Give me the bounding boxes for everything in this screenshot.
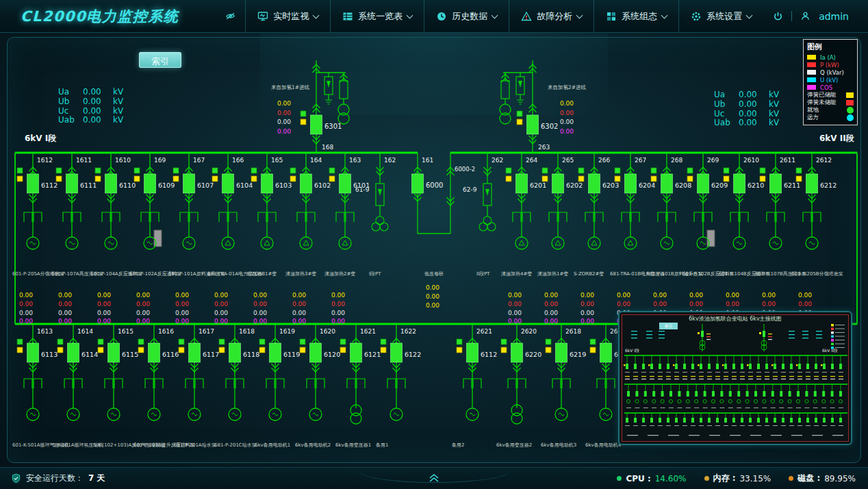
breaker-6203[interactable]	[589, 174, 600, 193]
breaker-6116[interactable]	[149, 343, 160, 362]
breaker-6109[interactable]	[144, 174, 156, 193]
navbar: CL2000电力监控系统 实时监视 系统一览表 历史数据 故障分析 系统组态	[0, 0, 868, 33]
bus-tie: 60001616000-2低压母联0.000.000.00	[412, 153, 476, 309]
breaker-6120[interactable]	[310, 343, 322, 362]
svg-text:0.00: 0.00	[214, 301, 228, 308]
breaker-6220[interactable]	[511, 343, 523, 362]
svg-text:I段PT: I段PT	[369, 271, 381, 277]
svg-text:6107: 6107	[197, 181, 214, 189]
breaker-6117[interactable]	[189, 343, 201, 362]
breaker-6204[interactable]	[625, 174, 637, 193]
bus2-voltage-row-Ub: Ub0.00kV	[714, 100, 785, 110]
chevron-down-icon	[576, 12, 583, 18]
svg-text:0.00: 0.00	[580, 310, 594, 316]
breaker-6104[interactable]	[222, 174, 234, 193]
bus1-voltage-row-Ub: Ub0.00kV	[58, 97, 129, 107]
svg-text:0.00: 0.00	[58, 318, 72, 325]
svg-text:0.00: 0.00	[175, 292, 189, 299]
breaker-6209[interactable]	[698, 174, 709, 193]
menu-item-config[interactable]: 系统组态	[593, 0, 678, 32]
breaker-6110[interactable]	[105, 174, 117, 193]
breaker-6111[interactable]	[66, 174, 78, 193]
breaker-6107[interactable]	[183, 174, 195, 193]
breaker-6210[interactable]	[734, 174, 745, 193]
warning-icon	[521, 11, 532, 22]
table-icon	[342, 11, 353, 22]
svg-text:1614: 1614	[77, 328, 93, 335]
svg-text:0.00: 0.00	[726, 301, 739, 308]
breaker-6112[interactable]	[27, 174, 39, 193]
diagram-area: 6301168来自加氢1#进线0.000.000.000.006302263来自…	[0, 33, 868, 467]
breaker-6122[interactable]	[391, 343, 403, 362]
menu-item-history[interactable]: 历史数据	[424, 0, 509, 32]
breaker-6114[interactable]	[68, 343, 79, 362]
breaker-6212[interactable]	[806, 174, 818, 193]
menu-item-overview[interactable]: 系统一览表	[330, 0, 424, 32]
menu-label-history: 历史数据	[452, 10, 487, 23]
svg-text:0.00: 0.00	[560, 100, 574, 107]
breaker-6115[interactable]	[108, 343, 120, 362]
svg-text:6201: 6201	[530, 181, 546, 189]
svg-text:渣油加热3#变: 渣油加热3#变	[285, 271, 316, 277]
svg-text:渣油加热1#变: 渣油加热1#变	[537, 271, 568, 277]
legend-state-就地: 就地	[807, 106, 854, 114]
breaker-6302[interactable]	[527, 115, 539, 134]
breaker-6103[interactable]	[261, 174, 273, 193]
svg-text:0.00: 0.00	[331, 310, 345, 316]
power-icon[interactable]	[773, 11, 783, 21]
breaker-6201[interactable]	[516, 174, 528, 193]
svg-text:0.00: 0.00	[19, 292, 33, 299]
svg-text:0.00: 0.00	[580, 301, 594, 308]
breaker-6121[interactable]	[350, 343, 362, 362]
svg-text:0.00: 0.00	[136, 301, 150, 308]
svg-text:0.00: 0.00	[544, 292, 558, 299]
svg-text:164: 164	[310, 157, 322, 164]
feeder-top-6201: 2646201渣油加热4#变0.000.000.000.00	[501, 153, 546, 325]
menu-label-settings: 系统设置	[706, 10, 742, 23]
breaker-6101[interactable]	[340, 174, 351, 193]
svg-text:0.00: 0.00	[19, 318, 33, 325]
breaker-6113[interactable]	[27, 343, 39, 362]
svg-text:2612: 2612	[816, 157, 832, 164]
user-icon[interactable]	[800, 11, 810, 21]
overview-inset[interactable]: 6kv渣油加氢联合变电站 6kv主接线图 索引 6kV I段 6kV II段	[618, 311, 852, 445]
svg-text:1615: 1615	[118, 328, 133, 335]
svg-text:0.00: 0.00	[292, 318, 306, 325]
svg-text:1616: 1616	[158, 328, 174, 335]
svg-text:1613: 1613	[37, 328, 53, 335]
breaker-6202[interactable]	[552, 174, 564, 193]
feeder-top-6101: 1636101渣油加热2#变0.000.000.000.00	[324, 153, 370, 325]
breaker-6000[interactable]	[412, 174, 424, 193]
svg-text:1617: 1617	[199, 328, 214, 335]
breaker-6219[interactable]	[556, 343, 567, 362]
user-name[interactable]: admin	[819, 11, 849, 22]
breaker-6119[interactable]	[270, 343, 281, 362]
menu-item-settings[interactable]: 系统设置	[678, 0, 763, 32]
svg-text:0.00: 0.00	[508, 310, 522, 316]
index-button[interactable]: 索引	[139, 52, 181, 68]
breaker-6218[interactable]	[600, 343, 612, 362]
legend-panel: 图例 Ia (A)P (kW)Q (kVar)U (kV)COS弹簧已储能弹簧未…	[803, 39, 858, 125]
feeder-top-6102: 1646102渣油加热3#变0.000.000.000.00	[285, 153, 331, 325]
breaker-6211[interactable]	[770, 174, 782, 193]
legend-measure-Q (kVar): Q (kVar)	[807, 68, 854, 76]
breaker-6102[interactable]	[301, 174, 312, 193]
menu-item-realtime[interactable]: 实时监视	[245, 0, 330, 32]
menu-item-fault[interactable]: 故障分析	[509, 0, 593, 32]
eye-off-icon[interactable]	[224, 11, 237, 21]
breaker-6118[interactable]	[229, 343, 241, 362]
svg-text:0.00: 0.00	[214, 310, 228, 316]
legend-state-弹簧已储能: 弹簧已储能	[807, 91, 854, 99]
feeder-bottom-6117: 16176117681-P-201A给水泵	[174, 324, 219, 448]
chevron-down-icon	[492, 12, 498, 18]
feeder-bottom-6114: 161461145-K-101A循环氢压缩机	[53, 324, 103, 448]
svg-text:0.00: 0.00	[560, 110, 574, 116]
svg-text:6112: 6112	[481, 351, 497, 358]
expand-control[interactable]	[359, 468, 509, 488]
breaker-6301[interactable]	[311, 115, 322, 134]
inset-index-button[interactable]: 索引	[659, 323, 678, 329]
svg-text:0.00: 0.00	[426, 293, 439, 300]
breaker-6112[interactable]	[467, 343, 478, 362]
svg-text:6101: 6101	[353, 181, 370, 189]
breaker-6208[interactable]	[661, 174, 673, 193]
